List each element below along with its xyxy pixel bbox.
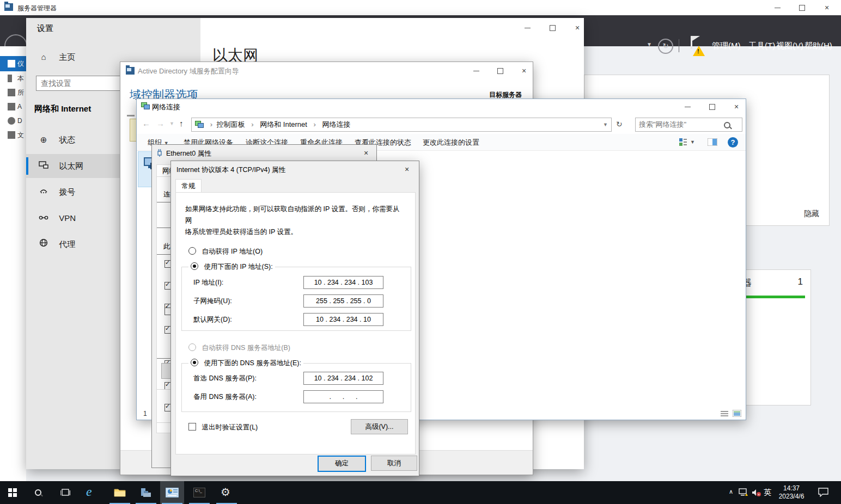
file-explorer-button[interactable]	[108, 481, 132, 504]
nc-close-button[interactable]: ×	[728, 101, 745, 112]
settings-maximize-button[interactable]	[544, 22, 560, 33]
menu-manage[interactable]: 管理(M)	[712, 41, 741, 51]
nc-minimize-button[interactable]	[679, 101, 696, 112]
command-prompt-button[interactable]: C:\_	[187, 481, 211, 504]
dns-alternate-field[interactable]: . . .	[303, 390, 383, 403]
dns-alternate-label: 备用 DNS 服务器(A):	[193, 392, 257, 402]
dialup-phone-icon	[38, 180, 49, 204]
settings-taskbar-button[interactable]: ⚙	[215, 481, 239, 504]
network-connections-icon	[141, 102, 150, 110]
notification-warning-icon[interactable]: !	[693, 46, 705, 56]
address-dropdown-icon[interactable]: ▼	[603, 118, 608, 131]
clock[interactable]: 14:37 2023/4/6	[776, 484, 807, 501]
subnet-mask-label: 子网掩码(U):	[193, 297, 232, 306]
sidebar-item-dashboard[interactable]: 仪	[0, 56, 26, 71]
all-servers-icon	[8, 89, 15, 96]
radio-manual-dns-circle[interactable]	[191, 359, 198, 366]
action-center-icon[interactable]	[818, 488, 828, 499]
sm-nav-dropdown-icon[interactable]: ▼	[647, 41, 652, 47]
gateway-field[interactable]: 10 . 234 . 234 . 10	[303, 313, 383, 326]
network-status-icon[interactable]	[739, 488, 748, 499]
wizard-title: Active Directory 域服务配置向导	[138, 66, 239, 76]
up-arrow-icon[interactable]: ↑	[179, 119, 184, 128]
ethernet-icon	[38, 154, 49, 178]
radio-manual-ip[interactable]: 使用下面的 IP 地址(S):	[188, 262, 275, 272]
sidebar-item-dns[interactable]: D	[0, 114, 26, 128]
subnet-mask-field[interactable]: 255 . 255 . 255 . 0	[303, 294, 383, 308]
tray-date: 2023/4/6	[776, 493, 807, 501]
settings-minimize-button[interactable]	[519, 22, 535, 33]
settings-close-button[interactable]: ×	[569, 22, 586, 33]
view-dropdown-icon[interactable]: ▼	[690, 139, 695, 145]
radio-manual-ip-circle[interactable]	[191, 262, 198, 270]
ip-address-label: IP 地址(I):	[193, 278, 223, 287]
ethernet0-dialog-title: Ethernet0 属性	[166, 149, 211, 158]
ime-indicator[interactable]: 英	[764, 488, 771, 497]
wizard-minimize-button[interactable]	[468, 65, 484, 76]
wizard-maximize-button[interactable]	[492, 65, 508, 76]
sidebar-item-file-storage[interactable]: 文	[0, 128, 26, 142]
breadcrumb-network-internet[interactable]: 网络和 Internet	[260, 120, 307, 128]
dashboard-icon	[8, 60, 15, 67]
change-settings-button[interactable]: 更改此连接的设置	[423, 138, 479, 147]
cancel-button[interactable]: 取消	[371, 456, 417, 471]
validate-checkbox-box[interactable]	[188, 423, 196, 431]
server-manager-nav: 仪 本 所 A D 文	[0, 46, 26, 481]
breadcrumb[interactable]: › 控制面板 › 网络和 Internet › 网络连接 ▼	[191, 118, 612, 132]
radio-auto-ip-circle[interactable]	[188, 247, 196, 255]
menu-tools[interactable]: 工具(T)	[748, 41, 775, 51]
ok-button[interactable]: 确定	[318, 456, 366, 472]
sm-minimize-button[interactable]	[769, 2, 785, 13]
tab-general[interactable]: 常规	[175, 179, 202, 193]
sidebar-item-ad-ds[interactable]: A	[0, 100, 26, 114]
thumbnail-view-icon[interactable]	[733, 410, 741, 419]
history-dropdown-icon[interactable]: ▼	[169, 121, 174, 126]
manual-dns-groupbox	[181, 363, 411, 412]
sm-close-button[interactable]: ×	[819, 2, 835, 13]
tray-time: 14:37	[776, 484, 807, 493]
server-manager-title: 服务器管理器	[17, 4, 57, 13]
adapter-plug-icon	[156, 149, 163, 159]
validate-on-exit-checkbox[interactable]: 退出时验证设置(L)	[188, 423, 258, 432]
breadcrumb-control-panel[interactable]: 控制面板	[217, 120, 245, 128]
start-button[interactable]	[1, 481, 25, 504]
notifications-flag-icon[interactable]	[691, 36, 692, 49]
nc-maximize-button[interactable]	[704, 101, 720, 112]
radio-auto-dns: 自动获得 DNS 服务器地址(B)	[188, 343, 290, 353]
ipv4-tab-page: 如果网络支持此功能，则可以获取自动指派的 IP 设置。否则，你需要从网 络系统管…	[175, 192, 416, 454]
forward-arrow-icon[interactable]: →	[156, 119, 164, 128]
internet-explorer-button[interactable]: e	[81, 481, 105, 504]
menu-view[interactable]: 视图(V)	[776, 41, 803, 51]
ip-address-field[interactable]: 10 . 234 . 234 . 103	[303, 276, 383, 289]
taskbar-search-button[interactable]	[27, 481, 51, 504]
wizard-close-button[interactable]: ×	[516, 65, 532, 76]
preview-pane-icon[interactable]	[708, 138, 717, 147]
task-view-button[interactable]	[53, 481, 77, 504]
advanced-button[interactable]: 高级(V)...	[351, 419, 408, 434]
refresh-icon[interactable]: ↻	[658, 39, 673, 54]
details-view-icon[interactable]	[721, 411, 728, 419]
server-manager-taskbar-button[interactable]	[134, 481, 158, 504]
vpn-icon	[38, 206, 49, 230]
volume-muted-icon[interactable]: ×	[752, 488, 761, 499]
radio-manual-dns[interactable]: 使用下面的 DNS 服务器地址(E):	[188, 359, 303, 368]
active-window-taskbar-button[interactable]	[160, 481, 184, 504]
refresh-address-icon[interactable]: ↻	[616, 120, 623, 128]
ipv4-close-button[interactable]: ×	[399, 163, 415, 175]
ethernet0-close-button[interactable]: ×	[358, 147, 374, 159]
ie-icon: e	[86, 484, 92, 499]
tiles-view-icon[interactable]	[679, 138, 687, 148]
breadcrumb-network-connections[interactable]: 网络连接	[322, 120, 350, 128]
radio-auto-ip[interactable]: 自动获得 IP 地址(O)	[188, 247, 263, 256]
welcome-hide-link[interactable]: 隐藏	[804, 209, 819, 219]
server-group-tile-count: 1	[798, 276, 803, 287]
menu-help[interactable]: 帮助(H)	[805, 41, 832, 51]
sidebar-item-all-servers[interactable]: 所	[0, 85, 26, 100]
tray-expand-icon[interactable]: ∧	[729, 488, 733, 495]
sm-maximize-button[interactable]	[794, 2, 810, 13]
dns-primary-field[interactable]: 10 . 234 . 234 . 102	[303, 372, 383, 385]
sidebar-item-local-server[interactable]: 本	[0, 71, 26, 85]
item-count: 1	[143, 410, 147, 417]
back-arrow-icon[interactable]: ←	[142, 119, 150, 128]
help-icon[interactable]: ?	[728, 137, 738, 147]
